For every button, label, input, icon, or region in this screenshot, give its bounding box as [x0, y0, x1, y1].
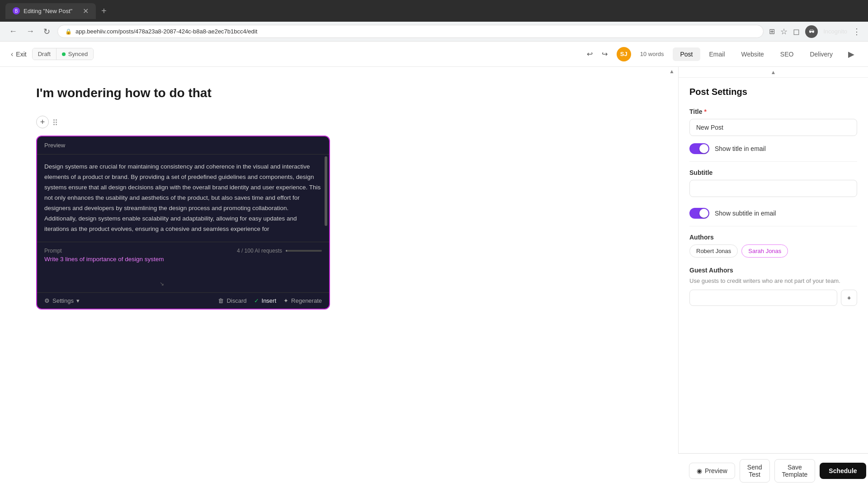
author-chip-sarah[interactable]: Sarah Jonas: [741, 244, 788, 258]
extensions-icon[interactable]: ⊞: [769, 27, 775, 36]
preview-button[interactable]: ◉ Preview: [689, 463, 735, 479]
ai-regenerate-button[interactable]: ✦ Regenerate: [283, 297, 322, 304]
drag-dot: [56, 119, 57, 121]
right-panel-scroll-up[interactable]: ▲: [679, 67, 868, 78]
synced-label: Synced: [68, 51, 88, 57]
tab-delivery[interactable]: Delivery: [802, 47, 840, 61]
block-controls: +: [36, 116, 642, 128]
add-guest-author-button[interactable]: +: [841, 290, 857, 306]
draft-badge: Draft: [33, 48, 57, 60]
incognito-label: Incognito: [823, 28, 847, 35]
send-test-button[interactable]: Send Test: [740, 459, 770, 483]
browser-tab[interactable]: B Editing "New Post" ✕: [5, 3, 96, 19]
tab-post[interactable]: Post: [673, 47, 700, 61]
back-button[interactable]: ←: [7, 25, 19, 38]
address-bar[interactable]: 🔒 app.beehiiv.com/posts/478a23a8-2087-42…: [57, 25, 764, 38]
tab-email[interactable]: Email: [702, 47, 732, 61]
menu-icon[interactable]: ⋮: [853, 27, 861, 37]
preview-icon: ◉: [697, 467, 702, 474]
regenerate-icon: ✦: [283, 297, 288, 304]
ai-prompt-label: Prompt: [44, 248, 164, 254]
word-count: 10 words: [637, 51, 668, 57]
show-subtitle-label: Show subtitle in email: [715, 210, 776, 217]
bookmarks-icon[interactable]: ☆: [780, 27, 788, 37]
refresh-button[interactable]: ↻: [42, 25, 52, 38]
drag-handle[interactable]: [52, 117, 59, 127]
schedule-button[interactable]: Schedule: [820, 463, 866, 479]
ai-preview-content[interactable]: Design systems are crucial for maintaini…: [37, 155, 329, 242]
ai-settings-button[interactable]: ⚙ Settings ▾: [44, 297, 80, 304]
preview-label: Preview: [705, 467, 727, 474]
drag-dot: [56, 124, 57, 125]
guest-author-input[interactable]: [689, 290, 837, 306]
browser-actions: ⊞ ☆ ◻ 🕶 Incognito ⋮: [769, 25, 861, 38]
show-subtitle-toggle[interactable]: [689, 208, 709, 219]
ai-preview-wrapper: Design systems are crucial for maintaini…: [37, 155, 329, 242]
title-field-label: Title *: [689, 108, 857, 115]
subtitle-field-label: Subtitle: [689, 169, 857, 176]
toggle-thumb: [699, 144, 708, 153]
back-chevron-icon: ‹: [11, 50, 13, 58]
url-text: app.beehiiv.com/posts/478a23a8-2087-424c…: [75, 28, 257, 35]
ai-prompt-text[interactable]: Write 3 lines of importance of design sy…: [44, 256, 164, 263]
draft-synced-group[interactable]: Draft Synced: [32, 48, 94, 60]
incognito-badge[interactable]: 🕶: [805, 25, 818, 38]
save-template-button[interactable]: Save Template: [774, 459, 816, 483]
exit-button[interactable]: ‹ Exit: [11, 50, 27, 58]
lock-icon: 🔒: [65, 28, 72, 35]
tab-close-button[interactable]: ✕: [83, 7, 89, 15]
author-chip-robert[interactable]: Robert Jonas: [689, 244, 738, 258]
drag-dot: [53, 119, 55, 121]
save-template-label: Save Template: [782, 464, 808, 478]
ai-requests-text: 4 / 100 AI requests: [237, 248, 282, 254]
show-title-toggle-row: Show title in email: [689, 143, 857, 154]
forward-button[interactable]: →: [24, 25, 36, 38]
undo-button[interactable]: ↩: [583, 47, 596, 61]
post-settings-section: Post Settings Title * Show title in emai…: [679, 78, 868, 315]
toggle-thumb: [699, 209, 708, 218]
tab-favicon: B: [13, 7, 20, 14]
browser-chrome: B Editing "New Post" ✕ +: [0, 0, 868, 22]
panel-title: Post Settings: [689, 87, 857, 97]
check-icon: ✓: [254, 297, 259, 304]
redo-button[interactable]: ↪: [598, 47, 611, 61]
ai-panel-footer: ⚙ Settings ▾ 🗑 Discard ✓ Insert ✦ Regene…: [37, 292, 329, 309]
show-title-toggle[interactable]: [689, 143, 709, 154]
subtitle-input[interactable]: [689, 180, 857, 197]
ai-insert-button[interactable]: ✓ Insert: [254, 297, 277, 304]
ai-requests-label: AI requests: [255, 248, 282, 254]
ai-insert-label: Insert: [262, 297, 277, 304]
title-input[interactable]: [689, 119, 857, 136]
main-content: ▲ I'm wondering how to do that +: [0, 67, 868, 488]
editor-toolbar: ‹ Exit Draft Synced ↩ ↪ SJ 10 words Post…: [0, 42, 868, 67]
editor-area[interactable]: ▲ I'm wondering how to do that +: [0, 67, 678, 488]
scroll-up-indicator[interactable]: ▲: [667, 67, 676, 76]
section-divider-2: [689, 226, 857, 226]
drag-dot: [56, 122, 57, 123]
profile-icon[interactable]: ◻: [793, 27, 800, 37]
guest-authors-section: Guest Authors Use guests to credit write…: [689, 267, 857, 306]
ai-panel-preview-header: Preview: [37, 136, 329, 155]
tab-title: Editing "New Post": [24, 8, 72, 14]
send-test-label: Send Test: [747, 464, 762, 478]
bottom-padding: [679, 315, 868, 351]
new-tab-button[interactable]: +: [99, 4, 108, 18]
undo-redo-group: ↩ ↪: [583, 47, 611, 61]
ai-requests-fill: [286, 250, 287, 252]
tab-website[interactable]: Website: [734, 47, 771, 61]
ai-discard-button[interactable]: 🗑 Discard: [218, 297, 246, 304]
trash-icon: 🗑: [218, 297, 224, 304]
tab-seo[interactable]: SEO: [773, 47, 801, 61]
synced-dot-indicator: [62, 52, 66, 56]
bottom-action-bar: ◉ Preview Send Test Save Template Schedu…: [678, 453, 868, 488]
exit-label: Exit: [16, 51, 26, 58]
resize-handle[interactable]: ↘: [44, 281, 164, 287]
ai-preview-label: Preview: [44, 142, 65, 149]
user-avatar[interactable]: SJ: [617, 47, 631, 61]
show-subtitle-toggle-row: Show subtitle in email: [689, 208, 857, 219]
post-title[interactable]: I'm wondering how to do that: [36, 85, 642, 101]
required-star: *: [704, 108, 706, 115]
collapse-panel-button[interactable]: ▶: [845, 47, 857, 62]
ai-preview-scrollbar[interactable]: [325, 156, 327, 226]
add-block-button[interactable]: +: [36, 116, 49, 128]
